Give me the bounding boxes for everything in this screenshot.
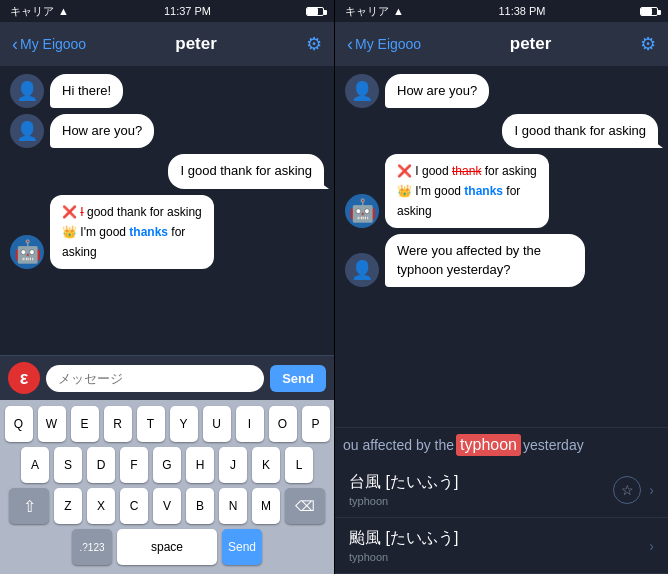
msg-row-r3: 🤖 ❌ I good thank for asking 👑 I'm good t… xyxy=(345,154,658,228)
key-F[interactable]: F xyxy=(120,447,148,483)
message-input-left[interactable] xyxy=(46,365,264,392)
back-label-left: My Eigooo xyxy=(20,36,86,52)
key-G[interactable]: G xyxy=(153,447,181,483)
back-button-left[interactable]: ‹ My Eigooo xyxy=(12,35,86,53)
key-delete[interactable]: ⌫ xyxy=(285,488,325,524)
vocab-item-1[interactable]: 台風 [たいふう] typhoon ☆ › xyxy=(335,462,668,518)
left-panel: キャリア ▲ 11:37 PM ‹ My Eigooo peter ⚙ 👤 Hi… xyxy=(0,0,334,574)
eigooo-button-left[interactable]: ε xyxy=(8,362,40,394)
robot-avatar-r1: 🤖 xyxy=(345,194,379,228)
kb-row-3: ⇧ Z X C V B N M ⌫ xyxy=(4,488,330,524)
star-button-1[interactable]: ☆ xyxy=(613,476,641,504)
correction-asking-1: asking xyxy=(62,245,97,259)
header-title-left: peter xyxy=(96,34,296,54)
kb-row-4: .?123 space Send xyxy=(4,529,330,565)
input-area-left: ε Send xyxy=(0,355,334,400)
key-numbers[interactable]: .?123 xyxy=(72,529,112,565)
back-chevron-right: ‹ xyxy=(347,35,353,53)
vocab-reading-2: typhoon xyxy=(349,551,458,563)
key-T[interactable]: T xyxy=(137,406,165,442)
chevron-right-2: › xyxy=(649,538,654,554)
robot-avatar-1: 🤖 xyxy=(10,235,44,269)
carrier-left: キャリア xyxy=(10,4,54,19)
key-Z[interactable]: Z xyxy=(54,488,82,524)
vocab-kanji-2: 颱風 [たいふう] xyxy=(349,528,458,549)
key-C[interactable]: C xyxy=(120,488,148,524)
msg-row-r2: I good thank for asking xyxy=(345,114,658,148)
avatar-2: 👤 xyxy=(10,114,44,148)
correction-right-r: 👑 I'm good thanks for xyxy=(397,182,537,200)
key-send-kb[interactable]: Send xyxy=(222,529,262,565)
bubble-r4: Were you affected by the typhoon yesterd… xyxy=(385,234,585,286)
key-Y[interactable]: Y xyxy=(170,406,198,442)
bubble-r1: How are you? xyxy=(385,74,489,108)
send-button-left[interactable]: Send xyxy=(270,365,326,392)
correction-wrong-r: ❌ I good thank for asking xyxy=(397,162,537,180)
status-bar-right: キャリア ▲ 11:38 PM xyxy=(335,0,668,22)
key-A[interactable]: A xyxy=(21,447,49,483)
word-bar-suffix: yesterday xyxy=(523,437,584,453)
chevron-right-1: › xyxy=(649,482,654,498)
gear-button-right[interactable]: ⚙ xyxy=(640,33,656,55)
key-B[interactable]: B xyxy=(186,488,214,524)
tail-3 xyxy=(321,183,329,189)
kb-row-2: A S D F G H J K L xyxy=(4,447,330,483)
wifi-icon-right: ▲ xyxy=(393,5,404,17)
correction-wrong: ❌ I good thank for asking xyxy=(62,203,202,221)
strike-word-r: thank xyxy=(452,164,481,178)
key-J[interactable]: J xyxy=(219,447,247,483)
key-shift[interactable]: ⇧ xyxy=(9,488,49,524)
key-D[interactable]: D xyxy=(87,447,115,483)
right-panel: キャリア ▲ 11:38 PM ‹ My Eigooo peter ⚙ 👤 Ho… xyxy=(334,0,668,574)
bubble-3: I good thank for asking xyxy=(168,154,324,188)
correction-right: 👑 I'm good thanks for xyxy=(62,223,202,241)
key-H[interactable]: H xyxy=(186,447,214,483)
word-bar-highlight[interactable]: typhoon xyxy=(456,434,521,456)
avatar-1: 👤 xyxy=(10,74,44,108)
vocab-item-2[interactable]: 颱風 [たいふう] typhoon › xyxy=(335,518,668,574)
key-V[interactable]: V xyxy=(153,488,181,524)
key-Q[interactable]: Q xyxy=(5,406,33,442)
header-right: ‹ My Eigooo peter ⚙ xyxy=(335,22,668,66)
gear-button-left[interactable]: ⚙ xyxy=(306,33,322,55)
key-space[interactable]: space xyxy=(117,529,217,565)
status-bar-left: キャリア ▲ 11:37 PM xyxy=(0,0,334,22)
key-K[interactable]: K xyxy=(252,447,280,483)
header-title-right: peter xyxy=(431,34,630,54)
correction-bubble-1: ❌ I good thank for asking 👑 I'm good tha… xyxy=(50,195,214,269)
vocab-reading-1: typhoon xyxy=(349,495,458,507)
back-label-right: My Eigooo xyxy=(355,36,421,52)
key-U[interactable]: U xyxy=(203,406,231,442)
msg-row-2: 👤 How are you? xyxy=(10,114,324,148)
keyboard-left: Q W E R T Y U I O P A S D F G H J K L ⇧ … xyxy=(0,400,334,574)
key-S[interactable]: S xyxy=(54,447,82,483)
msg-row-r1: 👤 How are you? xyxy=(345,74,658,108)
key-I[interactable]: I xyxy=(236,406,264,442)
highlight-thanks-r: thanks xyxy=(464,184,503,198)
key-E[interactable]: E xyxy=(71,406,99,442)
key-X[interactable]: X xyxy=(87,488,115,524)
key-P[interactable]: P xyxy=(302,406,330,442)
chat-area-right: 👤 How are you? I good thank for asking 🤖… xyxy=(335,66,668,427)
word-bar-prefix: ou affected by the xyxy=(343,437,454,453)
key-O[interactable]: O xyxy=(269,406,297,442)
key-N[interactable]: N xyxy=(219,488,247,524)
battery-right xyxy=(640,7,658,16)
strike-word-1: I xyxy=(80,205,83,219)
tail-r2 xyxy=(655,142,663,148)
chat-area-left: 👤 Hi there! 👤 How are you? I good thank … xyxy=(0,66,334,355)
key-L[interactable]: L xyxy=(285,447,313,483)
correction-asking-r: asking xyxy=(397,204,432,218)
time-left: 11:37 PM xyxy=(164,5,211,17)
key-R[interactable]: R xyxy=(104,406,132,442)
msg-row-3: I good thank for asking xyxy=(10,154,324,188)
battery-left xyxy=(306,7,324,16)
key-W[interactable]: W xyxy=(38,406,66,442)
key-M[interactable]: M xyxy=(252,488,280,524)
avatar-r1: 👤 xyxy=(345,74,379,108)
msg-row-1: 👤 Hi there! xyxy=(10,74,324,108)
vocab-kanji-1: 台風 [たいふう] xyxy=(349,472,458,493)
carrier-right: キャリア xyxy=(345,4,389,19)
back-button-right[interactable]: ‹ My Eigooo xyxy=(347,35,421,53)
word-bar: ou affected by the typhoon yesterday xyxy=(335,427,668,462)
